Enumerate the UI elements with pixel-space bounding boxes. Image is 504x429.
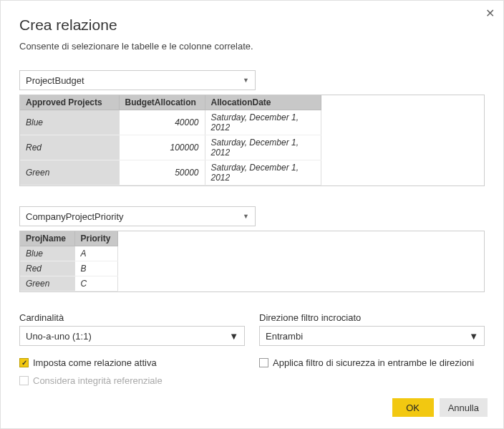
table-row[interactable]: Red 100000 Saturday, December 1, 2012 [20, 135, 321, 160]
referential-integrity-checkbox [19, 376, 29, 385]
chevron-down-icon: ▼ [243, 213, 249, 220]
create-relationship-dialog: ✕ Crea relazione Consente di selezionare… [1, 1, 503, 428]
close-icon[interactable]: ✕ [485, 6, 495, 20]
table1-preview: Approved Projects BudgetAllocation Alloc… [19, 95, 485, 186]
chevron-down-icon: ▼ [229, 331, 238, 342]
crossfilter-label: Direzione filtro incrociato [259, 312, 485, 323]
col-header[interactable]: BudgetAllocation [119, 95, 205, 110]
cardinality-select[interactable]: Uno-a-uno (1:1) ▼ [19, 326, 245, 346]
active-relationship-checkbox[interactable] [19, 358, 29, 367]
security-filter-checkbox[interactable] [259, 358, 268, 367]
dialog-footer: OK Annulla [392, 398, 488, 417]
crossfilter-value: Entrambi [266, 331, 303, 342]
table1-select-value: ProjectBudget [26, 75, 84, 86]
ok-button[interactable]: OK [392, 398, 434, 417]
table-row[interactable]: Green C [20, 276, 117, 291]
table-header-row: Approved Projects BudgetAllocation Alloc… [20, 95, 321, 110]
cancel-button[interactable]: Annulla [440, 398, 488, 417]
col-header[interactable]: ProjName [20, 231, 74, 246]
referential-integrity-row: Considera integrità referenziale [19, 375, 245, 386]
table-row[interactable]: Green 50000 Saturday, December 1, 2012 [20, 160, 321, 185]
table-header-row: ProjName Priority [20, 231, 117, 246]
table1-select[interactable]: ProjectBudget ▼ [19, 70, 256, 90]
cardinality-label: Cardinalità [19, 312, 245, 323]
cardinality-value: Uno-a-uno (1:1) [26, 331, 92, 342]
dialog-title: Crea relazione [19, 16, 485, 34]
table2-select[interactable]: CompanyProjectPriority ▼ [19, 206, 256, 226]
col-header[interactable]: Approved Projects [20, 95, 119, 110]
chevron-down-icon: ▼ [243, 77, 249, 84]
table-row[interactable]: Blue 40000 Saturday, December 1, 2012 [20, 110, 321, 135]
chevron-down-icon: ▼ [469, 331, 478, 342]
active-relationship-row: Imposta come relazione attiva [19, 357, 245, 368]
table-row[interactable]: Red B [20, 261, 117, 276]
table2-preview: ProjName Priority Blue A Red B Green C [19, 231, 485, 292]
referential-integrity-label: Considera integrità referenziale [33, 375, 163, 386]
table-row[interactable]: Blue A [20, 246, 117, 261]
security-filter-row: Applica filtro di sicurezza in entrambe … [259, 357, 485, 368]
col-header[interactable]: AllocationDate [205, 95, 321, 110]
security-filter-label: Applica filtro di sicurezza in entrambe … [273, 357, 474, 368]
dialog-subtitle: Consente di selezionare le tabelle e le … [19, 41, 485, 52]
crossfilter-select[interactable]: Entrambi ▼ [259, 326, 485, 346]
table2-select-value: CompanyProjectPriority [26, 211, 124, 222]
active-relationship-label: Imposta come relazione attiva [33, 357, 157, 368]
col-header[interactable]: Priority [74, 231, 117, 246]
